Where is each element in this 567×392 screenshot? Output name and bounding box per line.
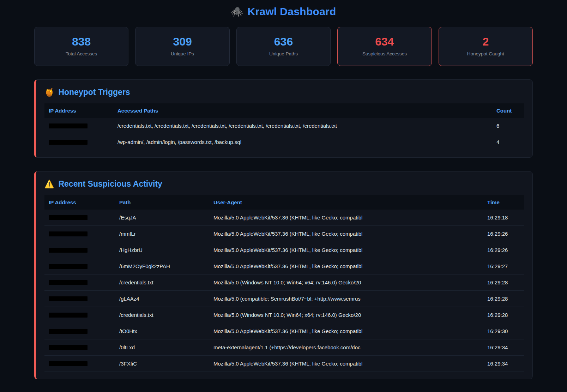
redacted-ip — [49, 123, 88, 128]
honeypot-triggers-panel: 🍯 Honeypot Triggers IP Address Accessed … — [34, 79, 533, 158]
table-row: /3FXfiC Mozilla/5.0 AppleWebKit/537.36 (… — [44, 356, 524, 372]
path-cell: /6mM2OyF0gk2zPAH — [115, 258, 209, 275]
table-row: /HgHzbrU Mozilla/5.0 AppleWebKit/537.36 … — [44, 242, 524, 258]
column-header-ip: IP Address — [44, 195, 115, 210]
suspicious-table-header: IP Address Path User-Agent Time — [44, 195, 524, 210]
honeypot-triggers-title: 🍯 Honeypot Triggers — [44, 88, 524, 97]
stat-value: 2 — [439, 35, 532, 48]
suspicious-activity-table: IP Address Path User-Agent Time /EsqJA M… — [44, 195, 524, 372]
honeypot-table: IP Address Accessed Paths Count /credent… — [44, 103, 524, 150]
table-row: /wp-admin/, /admin/login, /passwords.txt… — [44, 134, 524, 150]
page-title: 🕷️ Krawl Dashboard — [231, 6, 336, 18]
ip-cell — [44, 258, 115, 275]
redacted-ip — [49, 329, 88, 334]
ip-cell — [44, 242, 115, 258]
ip-cell — [44, 323, 115, 339]
table-row: /0ltLxd meta-externalagent/1.1 (+https:/… — [44, 339, 524, 356]
stat-card-unique-ips: 309 Unique IPs — [135, 27, 229, 66]
count-cell: 4 — [492, 134, 524, 150]
time-cell: 16:29:26 — [483, 242, 524, 258]
stat-label: Unique Paths — [237, 51, 330, 56]
table-row: /credentials.txt Mozilla/5.0 (Windows NT… — [44, 275, 524, 291]
time-cell: 16:29:30 — [483, 323, 524, 339]
column-header-ip: IP Address — [44, 103, 113, 118]
column-header-count: Count — [492, 103, 524, 118]
page-header: 🕷️ Krawl Dashboard — [0, 0, 567, 18]
ip-cell — [44, 275, 115, 291]
stats-row: 838 Total Accesses 309 Unique IPs 636 Un… — [34, 27, 533, 66]
table-row: /tO0Htx Mozilla/5.0 AppleWebKit/537.36 (… — [44, 323, 524, 339]
honeypot-icon: 🍯 — [44, 88, 54, 97]
ip-cell — [44, 210, 115, 226]
table-row: /EsqJA Mozilla/5.0 AppleWebKit/537.36 (K… — [44, 210, 524, 226]
path-cell: /credentials.txt — [115, 275, 209, 291]
redacted-ip — [49, 215, 88, 220]
honeypot-title-text: Honeypot Triggers — [58, 88, 130, 97]
column-header-time: Time — [483, 195, 524, 210]
ua-cell: Mozilla/5.0 AppleWebKit/537.36 (KHTML, l… — [209, 356, 483, 372]
ip-cell — [44, 356, 115, 372]
stat-label: Total Accesses — [35, 51, 128, 56]
path-cell: /0ltLxd — [115, 339, 209, 356]
redacted-ip — [49, 296, 88, 301]
table-row: /credentials.txt Mozilla/5.0 (Windows NT… — [44, 307, 524, 323]
ua-cell: Mozilla/5.0 AppleWebKit/537.36 (KHTML, l… — [209, 323, 483, 339]
krawl-dashboard-page: 🕷️ Krawl Dashboard 838 Total Accesses 30… — [0, 0, 567, 392]
path-cell: /gLAAz4 — [115, 291, 209, 307]
redacted-ip — [49, 231, 88, 236]
table-row: /6mM2OyF0gk2zPAH Mozilla/5.0 AppleWebKit… — [44, 258, 524, 275]
ip-cell — [44, 118, 113, 134]
suspicious-title-text: Recent Suspicious Activity — [58, 179, 162, 189]
stat-value: 838 — [35, 35, 128, 48]
column-header-ua: User-Agent — [209, 195, 483, 210]
redacted-ip — [49, 248, 88, 253]
ip-cell — [44, 226, 115, 242]
suspicious-activity-panel: ⚠️ Recent Suspicious Activity IP Address… — [34, 171, 533, 379]
redacted-ip — [49, 140, 88, 145]
path-cell: /3FXfiC — [115, 356, 209, 372]
stat-card-honeypot-caught: 2 Honeypot Caught — [439, 27, 533, 66]
path-cell: /HgHzbrU — [115, 242, 209, 258]
ua-cell: Mozilla/5.0 (Windows NT 10.0; Win64; x64… — [209, 275, 483, 291]
time-cell: 16:29:34 — [483, 339, 524, 356]
stat-card-total-accesses: 838 Total Accesses — [34, 27, 128, 66]
ua-cell: meta-externalagent/1.1 (+https://develop… — [209, 339, 483, 356]
time-cell: 16:29:28 — [483, 275, 524, 291]
time-cell: 16:29:18 — [483, 210, 524, 226]
stat-label: Unique IPs — [135, 51, 229, 56]
time-cell: 16:29:34 — [483, 356, 524, 372]
ua-cell: Mozilla/5.0 (Windows NT 10.0; Win64; x64… — [209, 307, 483, 323]
ip-cell — [44, 134, 113, 150]
redacted-ip — [49, 264, 88, 269]
redacted-ip — [49, 280, 88, 285]
stat-value: 309 — [135, 35, 229, 48]
honeypot-table-header: IP Address Accessed Paths Count — [44, 103, 524, 118]
suspicious-activity-title: ⚠️ Recent Suspicious Activity — [44, 179, 524, 189]
table-row: /mmILr Mozilla/5.0 AppleWebKit/537.36 (K… — [44, 226, 524, 242]
ua-cell: Mozilla/5.0 AppleWebKit/537.36 (KHTML, l… — [209, 210, 483, 226]
ua-cell: Mozilla/5.0 AppleWebKit/537.36 (KHTML, l… — [209, 226, 483, 242]
redacted-ip — [49, 345, 88, 350]
ip-cell — [44, 339, 115, 356]
column-header-path: Path — [115, 195, 209, 210]
table-row: /credentials.txt, /credentials.txt, /cre… — [44, 118, 524, 134]
stat-value: 636 — [237, 35, 330, 48]
time-cell: 16:29:28 — [483, 307, 524, 323]
paths-cell: /wp-admin/, /admin/login, /passwords.txt… — [113, 134, 492, 150]
spider-icon: 🕷️ — [231, 6, 243, 18]
ua-cell: Mozilla/5.0 AppleWebKit/537.36 (KHTML, l… — [209, 242, 483, 258]
time-cell: 16:29:28 — [483, 291, 524, 307]
path-cell: /EsqJA — [115, 210, 209, 226]
count-cell: 6 — [492, 118, 524, 134]
stat-card-unique-paths: 636 Unique Paths — [236, 27, 331, 66]
path-cell: /credentials.txt — [115, 307, 209, 323]
stat-value: 634 — [338, 35, 431, 48]
ip-cell — [44, 307, 115, 323]
ip-cell — [44, 291, 115, 307]
redacted-ip — [49, 313, 88, 318]
redacted-ip — [49, 361, 88, 366]
table-row: /gLAAz4 Mozilla/5.0 (compatible; Semrush… — [44, 291, 524, 307]
stat-label: Honeypot Caught — [439, 51, 532, 56]
path-cell: /tO0Htx — [115, 323, 209, 339]
path-cell: /mmILr — [115, 226, 209, 242]
